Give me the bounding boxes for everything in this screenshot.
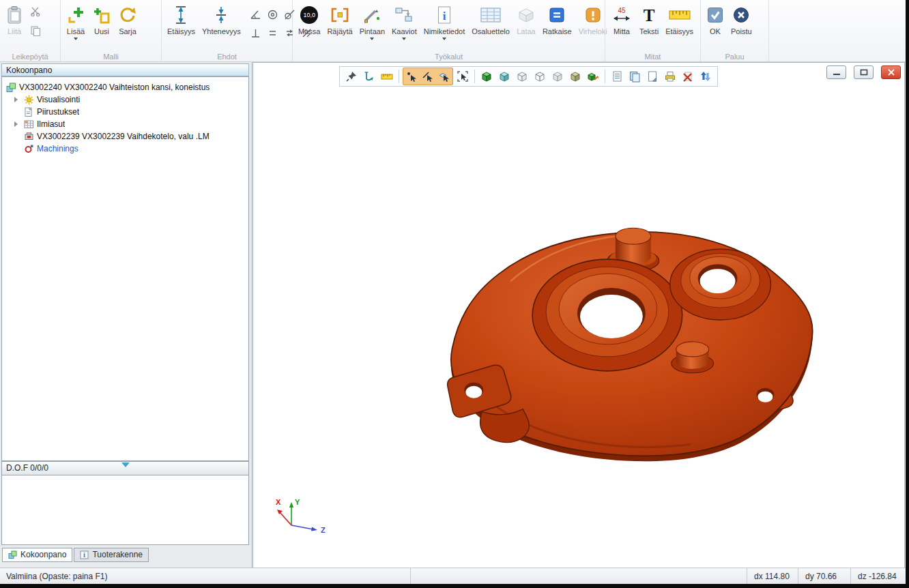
pick-filter-icon[interactable] — [454, 68, 471, 85]
series-label: Sarja — [119, 27, 136, 35]
feature-list-icon[interactable] — [609, 68, 625, 85]
distance-constraint-button[interactable]: Etäisyys — [165, 3, 197, 36]
ok-label: OK — [710, 27, 721, 35]
tree-item-label: Ilmiasut — [37, 119, 65, 129]
tree-item-ilmiasut[interactable]: Ilmiasut — [2, 118, 248, 130]
solve-button[interactable]: Ratkaise — [540, 3, 574, 36]
wireframe-cube-icon[interactable] — [532, 68, 548, 85]
ribbon-group-dimensions: 45 Mitta T Teksti Etäisyys Mitat — [605, 0, 701, 61]
close-button[interactable] — [881, 65, 901, 79]
ribbon-group-clipboard: Liitä Leikepöytä — [0, 0, 61, 61]
minimize-icon — [833, 69, 841, 76]
sun-icon — [24, 95, 34, 105]
mass-button[interactable]: 10,0 Massa — [296, 3, 322, 36]
load-button[interactable]: Lataa — [515, 3, 538, 36]
perpendicular-constraint-icon[interactable] — [248, 26, 263, 40]
diagrams-button[interactable]: Kaaviot — [390, 3, 419, 43]
update-swap-icon[interactable] — [697, 68, 714, 85]
shaded-edges-cube-icon[interactable] — [496, 68, 513, 85]
tab-tuoterakenne[interactable]: i Tuoterakenne — [74, 548, 149, 562]
tab-kokoonpano[interactable]: Kokoonpano — [2, 548, 72, 562]
load-label: Lataa — [517, 27, 536, 35]
clipboard-icon — [5, 4, 23, 26]
explode-button[interactable]: Räjäytä — [325, 3, 354, 36]
tree-item-label: VX3002239 VX3002239 Vaihdekotelo, valu .… — [37, 132, 210, 141]
text-icon: T — [644, 7, 655, 24]
parallel-constraint-icon[interactable] — [265, 26, 280, 40]
section-cube-icon[interactable] — [567, 68, 583, 85]
svg-text:45: 45 — [618, 7, 626, 14]
to-surface-label: Pintaan — [360, 27, 385, 35]
angle-constraint-icon[interactable] — [248, 8, 263, 21]
tab-label: Tuoterakenne — [92, 550, 143, 559]
add-part-icon — [66, 4, 85, 26]
paste-button[interactable]: Liitä — [3, 3, 25, 36]
gearbox-cover-model[interactable] — [253, 63, 904, 568]
item-data-button[interactable]: i Nimiketiedot — [422, 3, 467, 43]
new-sheet-icon[interactable] — [644, 68, 661, 85]
status-dx: dx 114.80 — [747, 568, 798, 584]
shaded-cube-icon[interactable] — [478, 68, 495, 85]
model-viewport[interactable]: X Y Z — [252, 62, 905, 568]
edit-part-icon[interactable] — [585, 68, 601, 85]
chevron-down-icon — [442, 38, 446, 42]
circular-pattern-icon — [118, 4, 137, 26]
collapse-handle-icon[interactable] — [121, 462, 130, 467]
close-icon — [887, 69, 895, 76]
snap-edge-icon[interactable] — [420, 68, 436, 85]
tree-item-root[interactable]: VX3002240 VX3002240 Vaihteiston kansi, k… — [2, 81, 248, 93]
measure-ruler-icon[interactable] — [379, 68, 395, 85]
tree-item-machinings[interactable]: Machinings — [2, 143, 248, 155]
series-button[interactable]: Sarja — [116, 3, 139, 36]
drawing-sheets-icon[interactable] — [626, 68, 643, 85]
distance-constraint-label: Etäisyys — [167, 27, 195, 35]
expand-arrow-icon[interactable] — [14, 97, 20, 102]
pin-icon[interactable] — [343, 68, 360, 85]
chevron-down-icon — [402, 38, 406, 42]
expand-arrow-icon[interactable] — [14, 121, 20, 127]
application-window: Liitä Leikepöytä Lisää — [0, 0, 906, 584]
maximize-button[interactable] — [854, 65, 874, 79]
diagram-icon — [394, 4, 414, 26]
tree-item-piirustukset[interactable]: Piirustukset — [2, 106, 248, 118]
explode-label: Räjäytä — [327, 27, 352, 35]
window-controls — [826, 65, 901, 79]
measure-distance-label: Etäisyys — [665, 27, 693, 35]
to-surface-button[interactable]: Pintaan — [358, 3, 387, 43]
tree-item-label: Visualisointi — [37, 95, 80, 104]
coincidence-constraint-button[interactable]: Yhtenevyys — [200, 3, 243, 36]
exit-button[interactable]: Poistu — [729, 3, 754, 36]
rotate-handle-icon[interactable] — [361, 68, 377, 85]
snap-point-icon[interactable] — [403, 68, 420, 85]
dimension-button[interactable]: 45 Mitta — [609, 3, 635, 36]
parts-list-button[interactable]: Osaluettelo — [470, 3, 512, 36]
measure-distance-button[interactable]: Etäisyys — [663, 3, 695, 36]
tree-item-part[interactable]: VX3002239 VX3002239 Vaihdekotelo, valu .… — [2, 130, 248, 143]
item-data-label: Nimiketiedot — [424, 27, 465, 35]
tree-item-visualisointi[interactable]: Visualisointi — [2, 93, 248, 106]
transparent-cube-icon[interactable] — [549, 68, 566, 85]
svg-text:i: i — [443, 10, 446, 23]
new-button[interactable]: Uusi — [90, 3, 113, 36]
copy-button[interactable] — [28, 24, 43, 38]
exit-label: Poistu — [731, 27, 752, 35]
solve-label: Ratkaise — [543, 27, 572, 35]
concentric-constraint-icon[interactable] — [265, 8, 280, 21]
ok-check-icon — [706, 4, 724, 26]
cut-button[interactable] — [28, 5, 43, 18]
ok-button[interactable]: OK — [704, 3, 726, 36]
axes-triad: X Y Z — [271, 495, 336, 535]
error-log-button[interactable]: Virheloki — [577, 3, 609, 36]
assembly-icon — [6, 83, 16, 93]
hidden-lines-cube-icon[interactable] — [514, 68, 530, 85]
chevron-down-icon — [74, 38, 78, 42]
minimize-button[interactable] — [826, 65, 846, 79]
text-button[interactable]: T Teksti — [637, 3, 661, 36]
add-button[interactable]: Lisää — [64, 3, 87, 43]
warning-icon — [584, 4, 602, 26]
diagrams-label: Kaaviot — [392, 27, 417, 35]
delete-icon[interactable] — [680, 68, 696, 85]
plot-icon[interactable] — [662, 68, 678, 85]
snap-face-icon[interactable] — [436, 68, 452, 85]
coincidence-constraint-label: Yhtenevyys — [202, 27, 241, 35]
